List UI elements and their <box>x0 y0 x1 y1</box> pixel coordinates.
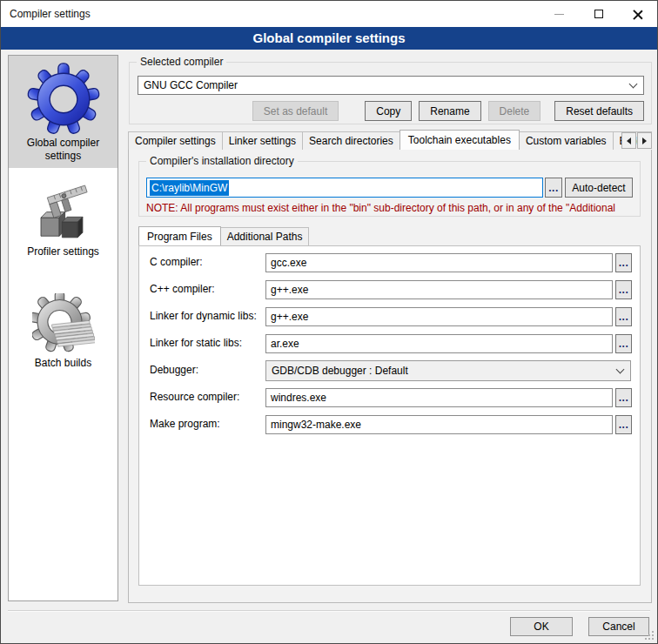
chevron-down-icon <box>629 79 638 88</box>
linker-static-label: Linker for static libs: <box>150 337 242 349</box>
set-as-default-button[interactable]: Set as default <box>252 101 339 121</box>
cpp-compiler-value: g++.exe <box>271 284 308 296</box>
arrow-right-icon <box>642 138 647 144</box>
tab-search-directories[interactable]: Search directories <box>302 131 400 150</box>
settings-category-list: Global compiler settings <box>8 55 118 601</box>
reset-defaults-button[interactable]: Reset defaults <box>554 101 644 121</box>
make-program-label: Make program: <box>150 418 220 430</box>
sidebar-item-global-compiler-settings[interactable]: Global compiler settings <box>9 56 118 168</box>
ellipsis-icon: ... <box>619 286 629 293</box>
auto-detect-button[interactable]: Auto-detect <box>565 178 633 198</box>
c-compiler-input[interactable]: gcc.exe <box>265 253 613 272</box>
sidebar-item-batch-builds[interactable]: Batch builds <box>9 293 118 375</box>
ok-button[interactable]: OK <box>510 617 573 636</box>
ellipsis-icon: ... <box>619 313 629 320</box>
close-icon <box>633 10 642 19</box>
installation-directory-group-label: Compiler's installation directory <box>146 155 298 167</box>
delete-button[interactable]: Delete <box>488 101 541 121</box>
selected-compiler-group-label: Selected compiler <box>137 56 226 68</box>
debugger-label: Debugger: <box>150 364 198 376</box>
ellipsis-icon: ... <box>619 421 629 428</box>
resource-compiler-label: Resource compiler: <box>150 391 239 403</box>
tab-scroll-right-button[interactable] <box>637 132 652 149</box>
settings-tabstrip: Compiler settings Linker settings Search… <box>128 129 652 150</box>
compiler-select-value: GNU GCC Compiler <box>144 79 630 91</box>
caliper-icon <box>30 177 97 245</box>
program-files-tabstrip: Program Files Additional Paths <box>138 225 641 245</box>
c-compiler-browse-button[interactable]: ... <box>615 253 632 272</box>
cpp-compiler-label: C++ compiler: <box>150 283 215 295</box>
make-program-input[interactable]: mingw32-make.exe <box>265 415 613 434</box>
maximize-icon <box>594 10 603 18</box>
window-controls <box>540 1 657 27</box>
sidebar-item-label: Profiler settings <box>9 245 118 264</box>
cancel-button[interactable]: Cancel <box>588 617 649 636</box>
selected-compiler-group: Selected compiler GNU GCC Compiler Set a… <box>129 62 652 124</box>
debugger-select[interactable]: GDB/CDB debugger : Default <box>265 360 631 381</box>
page-title: Global compiler settings <box>1 27 657 50</box>
installation-directory-value: C:\raylib\MinGW <box>150 180 229 196</box>
rename-button[interactable]: Rename <box>419 101 480 121</box>
linker-dynamic-label: Linker for dynamic libs: <box>150 310 257 322</box>
ellipsis-icon: ... <box>548 184 559 191</box>
installation-note: NOTE: All programs must exist either in … <box>146 202 639 214</box>
sidebar-item-profiler-settings[interactable]: Profiler settings <box>9 177 118 264</box>
cpp-compiler-input[interactable]: g++.exe <box>265 280 613 299</box>
ellipsis-icon: ... <box>619 394 629 401</box>
minimize-button[interactable] <box>540 1 579 27</box>
compiler-select[interactable]: GNU GCC Compiler <box>138 76 644 95</box>
ellipsis-icon: ... <box>619 340 629 347</box>
window-title: Compiler settings <box>1 8 91 20</box>
maximize-button[interactable] <box>579 1 618 27</box>
sidebar-item-label: Global compiler settings <box>20 136 107 168</box>
linker-static-browse-button[interactable]: ... <box>615 334 632 353</box>
installation-directory-group: Compiler's installation directory C:\ray… <box>138 161 641 217</box>
installation-directory-input[interactable]: C:\raylib\MinGW <box>146 178 543 198</box>
compiler-settings-dialog: Compiler settings Global compiler settin… <box>0 0 658 644</box>
chevron-down-icon <box>616 365 625 373</box>
linker-dynamic-value: g++.exe <box>271 311 308 323</box>
cpp-compiler-browse-button[interactable]: ... <box>615 280 632 299</box>
footer-divider <box>8 610 650 612</box>
close-button[interactable] <box>618 1 657 27</box>
linker-dynamic-browse-button[interactable]: ... <box>615 307 632 326</box>
ellipsis-icon: ... <box>619 259 629 266</box>
resource-compiler-browse-button[interactable]: ... <box>615 388 632 407</box>
program-files-page: C compiler: gcc.exe ... C++ compiler: g+… <box>138 245 641 586</box>
tab-toolchain-executables[interactable]: Toolchain executables <box>400 130 520 150</box>
tab-program-files[interactable]: Program Files <box>138 226 221 245</box>
c-compiler-label: C compiler: <box>150 256 203 268</box>
copy-button[interactable]: Copy <box>365 101 412 121</box>
linker-static-input[interactable]: ar.exe <box>265 334 613 353</box>
title-bar: Compiler settings <box>1 1 657 27</box>
tab-scroll-left-button[interactable] <box>621 132 636 149</box>
resize-grip[interactable] <box>644 630 655 641</box>
debugger-select-value: GDB/CDB debugger : Default <box>272 365 617 377</box>
resource-compiler-input[interactable]: windres.exe <box>265 388 613 407</box>
tab-linker-settings[interactable]: Linker settings <box>222 131 303 150</box>
sidebar-item-label: Batch builds <box>9 356 118 375</box>
tab-compiler-settings[interactable]: Compiler settings <box>128 131 223 150</box>
linker-dynamic-input[interactable]: g++.exe <box>265 307 613 326</box>
tab-additional-paths[interactable]: Additional Paths <box>220 227 310 245</box>
gray-gear-stack-icon <box>32 293 95 356</box>
make-program-browse-button[interactable]: ... <box>615 415 632 434</box>
resource-compiler-value: windres.exe <box>271 392 326 404</box>
compiler-actions: Set as default Copy Rename Delete Reset … <box>245 101 644 121</box>
linker-static-value: ar.exe <box>271 338 299 350</box>
minimize-icon <box>554 14 564 15</box>
tab-scroll-arrows <box>621 132 652 149</box>
c-compiler-value: gcc.exe <box>271 257 306 269</box>
arrow-left-icon <box>627 138 631 144</box>
tab-custom-variables[interactable]: Custom variables <box>519 131 614 150</box>
make-program-value: mingw32-make.exe <box>271 419 361 431</box>
installation-directory-browse-button[interactable]: ... <box>545 178 562 198</box>
blue-gear-icon <box>27 63 100 136</box>
